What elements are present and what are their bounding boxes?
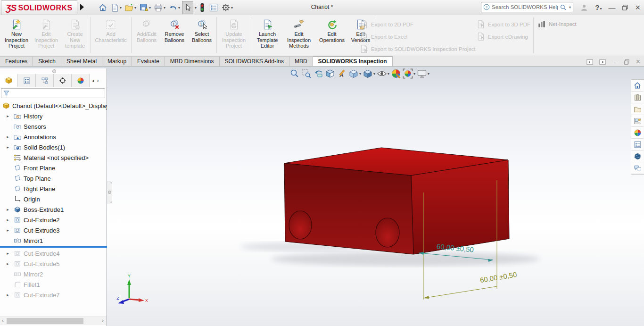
- close-document-button[interactable]: ×: [636, 58, 640, 66]
- zoom-to-area-button[interactable]: [301, 68, 312, 79]
- menu-expand-arrow-icon[interactable]: [80, 4, 84, 10]
- rebuild-traffic-light-icon[interactable]: [198, 1, 207, 14]
- view-palette-icon[interactable]: [631, 115, 644, 127]
- solidworks-resources-home-icon[interactable]: [631, 80, 644, 92]
- view-orientation-button[interactable]: ▾: [348, 68, 361, 79]
- restore-document-button[interactable]: [624, 59, 630, 65]
- search-input[interactable]: Search SOLIDWORKS Help: [492, 4, 558, 10]
- tab-features[interactable]: Features: [0, 56, 33, 66]
- tree-item-right-plane[interactable]: Right Plane: [0, 184, 107, 194]
- tree-item-top-plane[interactable]: Top Plane: [0, 173, 107, 184]
- minimize-document-button[interactable]: —: [612, 59, 618, 65]
- zoom-to-fit-button[interactable]: [289, 68, 300, 79]
- tree-item-solid-bodies[interactable]: ▸Solid Bodies(1): [0, 142, 107, 152]
- chevron-down-icon[interactable]: ▾: [231, 6, 233, 10]
- help-search-box[interactable]: ? Search SOLIDWORKS Help ▾: [481, 2, 573, 12]
- options-gear-button[interactable]: ▾: [220, 1, 234, 14]
- section-view-button[interactable]: [325, 68, 335, 79]
- search-icon[interactable]: [560, 4, 567, 11]
- previous-view-button[interactable]: [313, 68, 323, 79]
- tree-item-mirror1[interactable]: Mirror1: [0, 235, 107, 246]
- tree-item-origin[interactable]: Origin: [0, 194, 107, 204]
- restore-button[interactable]: [622, 4, 628, 11]
- chevron-down-icon[interactable]: ▾: [359, 72, 361, 76]
- chevron-down-icon[interactable]: ▾: [195, 6, 197, 10]
- tab-sketch[interactable]: Sketch: [33, 56, 61, 66]
- save-button[interactable]: ▾: [138, 1, 152, 14]
- custom-properties-icon[interactable]: [631, 139, 644, 150]
- view-settings-button[interactable]: ▾: [417, 68, 429, 79]
- wheel-hole-right[interactable]: [376, 218, 399, 247]
- file-explorer-icon[interactable]: [631, 103, 644, 115]
- minimize-button[interactable]: —: [608, 4, 615, 12]
- panel-splitter-handle[interactable]: [107, 182, 112, 203]
- tree-item-annotations[interactable]: ▸Annotations: [0, 132, 107, 142]
- scroll-right-icon[interactable]: ›: [102, 318, 104, 323]
- tree-item-cut-extrude2[interactable]: ▸Cut-Extrude2: [0, 215, 107, 225]
- featuremanager-tree-tab[interactable]: [0, 74, 18, 87]
- dimxpertmanager-tab[interactable]: [54, 74, 72, 87]
- chevron-down-icon[interactable]: ▾: [120, 6, 122, 10]
- design-library-icon[interactable]: [631, 92, 644, 103]
- chevron-down-icon[interactable]: ▾: [600, 7, 602, 11]
- tab-mbd-dimensions[interactable]: MBD Dimensions: [165, 56, 220, 66]
- tab-scroll-right-icon[interactable]: ›: [97, 77, 99, 84]
- tab-markup[interactable]: Markup: [102, 56, 132, 66]
- next-pane-icon[interactable]: [599, 59, 606, 65]
- home-button[interactable]: [97, 1, 108, 14]
- tab-scroll-left-icon[interactable]: ◂: [92, 78, 94, 83]
- tree-item-cut-extrude3[interactable]: ▸Cut-Extrude3: [0, 225, 107, 235]
- chevron-down-icon[interactable]: ▾: [149, 6, 151, 10]
- file-properties-button[interactable]: [208, 1, 219, 14]
- select-tool-button[interactable]: [182, 1, 193, 14]
- displaymanager-tab[interactable]: [72, 74, 90, 87]
- propertymanager-tab[interactable]: [18, 74, 36, 87]
- appearances-scenes-icon[interactable]: [631, 127, 644, 139]
- panel-collapse-handle[interactable]: [52, 69, 56, 73]
- chevron-down-icon[interactable]: ▾: [428, 72, 429, 76]
- help-button[interactable]: ?▾: [595, 3, 602, 12]
- tree-item-boss-extrude1[interactable]: ▸Boss-Extrude1: [0, 204, 107, 215]
- display-style-button[interactable]: ▾: [363, 68, 375, 79]
- chevron-down-icon[interactable]: ▾: [373, 72, 375, 76]
- launch-template-editor-button[interactable]: Launch Template Editor: [253, 17, 282, 49]
- user-account-icon[interactable]: [580, 3, 588, 12]
- previous-pane-icon[interactable]: [586, 59, 593, 65]
- edit-inspection-methods-button[interactable]: Edit Inspection Methods: [282, 17, 316, 49]
- chevron-down-icon[interactable]: ▾: [134, 6, 136, 10]
- solidworks-forum-icon[interactable]: [631, 150, 644, 162]
- tab-solidworks-inspection[interactable]: SOLIDWORKS Inspection: [313, 56, 393, 66]
- tree-root-part[interactable]: Chariot (Default<<Default>_Display S: [0, 100, 107, 111]
- edit-appearance-button[interactable]: [391, 68, 401, 79]
- tree-filter-box[interactable]: [1, 88, 105, 98]
- wheel-hole-left[interactable]: [289, 211, 312, 239]
- scrollbar-thumb[interactable]: [7, 318, 83, 324]
- comments-icon[interactable]: [631, 162, 644, 174]
- remove-balloons-button[interactable]: Remove Balloons: [160, 17, 189, 43]
- tree-item-cut-extrude4[interactable]: ▸Cut-Extrude4: [0, 248, 107, 259]
- chevron-down-icon[interactable]: ▾: [178, 6, 180, 10]
- tree-item-cut-extrude7[interactable]: ▸Cut-Extrude7: [0, 290, 107, 300]
- close-button[interactable]: ×: [635, 3, 640, 13]
- tree-item-cut-extrude5[interactable]: ▸Cut-Extrude5: [0, 259, 107, 269]
- dimension-60-olive[interactable]: 60,00 ±0,50: [423, 270, 518, 299]
- tab-evaluate[interactable]: Evaluate: [132, 56, 165, 66]
- tab-solidworks-add-ins[interactable]: SOLIDWORKS Add-Ins: [220, 56, 289, 66]
- tree-item-sensors[interactable]: Sensors: [0, 121, 107, 132]
- new-document-button[interactable]: ▾: [109, 1, 123, 14]
- open-document-button[interactable]: ▾: [124, 1, 137, 14]
- chevron-down-icon[interactable]: ▾: [388, 72, 389, 76]
- new-inspection-project-button[interactable]: New Inspection Project: [2, 17, 31, 49]
- tree-item-fillet1[interactable]: Fillet1: [0, 279, 107, 290]
- rollback-bar[interactable]: [0, 246, 107, 248]
- scroll-left-icon[interactable]: ‹: [2, 318, 4, 323]
- tree-item-history[interactable]: ▸History: [0, 111, 107, 121]
- tree-item-mirror2[interactable]: Mirror2: [0, 269, 107, 279]
- tree-horizontal-scrollbar[interactable]: ‹ ›: [0, 317, 107, 325]
- tab-mbd[interactable]: MBD: [289, 56, 313, 66]
- tree-item-front-plane[interactable]: Front Plane: [0, 163, 107, 173]
- chevron-down-icon[interactable]: ▾: [413, 72, 415, 76]
- undo-button[interactable]: ▾: [167, 1, 181, 14]
- tree-item-material[interactable]: Material <not specified>: [0, 152, 107, 163]
- tab-sheet-metal[interactable]: Sheet Metal: [61, 56, 102, 66]
